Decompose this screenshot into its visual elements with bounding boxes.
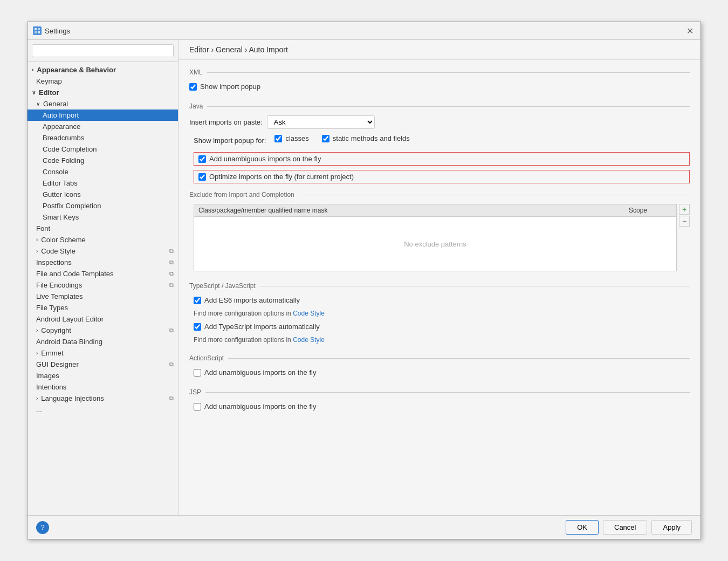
add-ts-option: Add TypeScript imports automatically: [194, 321, 690, 332]
sidebar: › Appearance & Behavior Keymap ∨ Editor …: [28, 40, 178, 515]
actionscript-section-header: ActionScript: [189, 354, 690, 362]
sidebar-item-gui-designer[interactable]: GUI Designer ⧉: [28, 359, 178, 370]
sidebar-item-label: Color Scheme: [41, 236, 85, 244]
code-style-link-2[interactable]: Code Style: [293, 336, 325, 344]
chevron-down-icon: ∨: [36, 101, 40, 107]
insert-imports-dropdown[interactable]: Ask Always Never: [267, 115, 375, 129]
sidebar-item-breadcrumbs[interactable]: Breadcrumbs: [28, 132, 178, 143]
settings-window: Settings ✕ › Appearance & Behavior Keyma…: [27, 22, 701, 539]
sidebar-item-console[interactable]: Console: [28, 166, 178, 177]
classes-option: classes: [274, 133, 308, 143]
sidebar-item-copyright[interactable]: › Copyright ⧉: [28, 325, 178, 336]
apply-button[interactable]: Apply: [651, 520, 692, 535]
xml-show-import-popup-checkbox[interactable]: [189, 83, 197, 91]
add-ts-checkbox[interactable]: [194, 323, 201, 331]
sidebar-item-keymap[interactable]: Keymap: [28, 76, 178, 87]
window-title: Settings: [45, 27, 70, 35]
sidebar-item-label: Editor Tabs: [43, 179, 78, 187]
sidebar-item-file-types[interactable]: File Types: [28, 302, 178, 313]
sidebar-item-ellipsis[interactable]: ...: [28, 404, 178, 415]
svg-rect-2: [35, 31, 37, 33]
sidebar-item-label: Keymap: [36, 77, 62, 85]
add-es6-option: Add ES6 imports automatically: [194, 295, 690, 305]
no-patterns-text: No exclude patterns: [404, 240, 466, 248]
actionscript-section: ActionScript Add unambiguous imports on …: [189, 354, 690, 378]
sidebar-item-auto-import[interactable]: Auto Import: [28, 110, 178, 121]
add-ts-label: Add TypeScript imports automatically: [204, 323, 320, 331]
insert-imports-row: Insert imports on paste: Ask Always Neve…: [189, 115, 690, 129]
optimize-imports-label: Optimize imports on the fly (for current…: [209, 173, 354, 181]
classes-checkbox[interactable]: [274, 135, 282, 142]
sidebar-item-editor-tabs[interactable]: Editor Tabs: [28, 177, 178, 189]
ok-button[interactable]: OK: [566, 520, 599, 535]
sidebar-item-label: GUI Designer: [36, 360, 79, 368]
remove-pattern-button[interactable]: −: [679, 216, 690, 227]
sidebar-item-file-code-templates[interactable]: File and Code Templates ⧉: [28, 268, 178, 279]
bottom-bar: ? OK Cancel Apply: [28, 515, 700, 539]
sidebar-item-font[interactable]: Font: [28, 223, 178, 234]
sidebar-item-images[interactable]: Images: [28, 370, 178, 381]
jsp-unambiguous-checkbox[interactable]: [194, 403, 201, 411]
sidebar-item-label: Images: [36, 372, 59, 380]
sidebar-item-smart-keys[interactable]: Smart Keys: [28, 211, 178, 223]
chevron-right-icon: ›: [36, 395, 38, 401]
sidebar-item-color-scheme[interactable]: › Color Scheme: [28, 234, 178, 245]
chevron-right-icon: ›: [36, 237, 38, 243]
table-column-mask: Class/package/member qualified name mask: [198, 207, 629, 214]
sidebar-item-label: Code Folding: [43, 156, 84, 165]
static-option: static methods and fields: [322, 133, 410, 143]
help-button[interactable]: ?: [36, 521, 49, 534]
sidebar-item-code-folding[interactable]: Code Folding: [28, 155, 178, 166]
cancel-button[interactable]: Cancel: [603, 520, 647, 535]
search-box: [28, 40, 178, 62]
sidebar-tree: › Appearance & Behavior Keymap ∨ Editor …: [28, 62, 178, 515]
sidebar-item-appearance-behavior[interactable]: › Appearance & Behavior: [28, 64, 178, 76]
as-unambiguous-label: Add unambiguous imports on the fly: [204, 368, 316, 377]
optimize-imports-option: Optimize imports on the fly (for current…: [194, 170, 690, 183]
close-button[interactable]: ✕: [684, 25, 695, 36]
sidebar-item-label: Font: [36, 224, 50, 232]
copy-icon: ⧉: [169, 270, 174, 277]
sidebar-item-general[interactable]: ∨ General: [28, 98, 178, 110]
sidebar-item-label: Android Data Binding: [36, 338, 102, 346]
insert-imports-label: Insert imports on paste:: [189, 118, 263, 126]
sidebar-item-language-injections[interactable]: › Language Injections ⧉: [28, 393, 178, 404]
add-unambiguous-checkbox[interactable]: [198, 155, 206, 163]
xml-section-header: XML: [189, 69, 690, 76]
find-more-2: Find more configuration options in Code …: [194, 336, 690, 344]
as-unambiguous-option: Add unambiguous imports on the fly: [194, 367, 690, 378]
sidebar-item-label: Android Layout Editor: [36, 315, 104, 323]
sidebar-item-label: Code Style: [41, 247, 75, 255]
sidebar-item-label: General: [43, 100, 68, 108]
add-es6-checkbox[interactable]: [194, 297, 201, 304]
title-bar-left: Settings: [33, 26, 70, 35]
sidebar-item-gutter-icons[interactable]: Gutter Icons: [28, 189, 178, 200]
sidebar-item-label: Emmet: [41, 349, 63, 357]
sidebar-item-android-layout-editor[interactable]: Android Layout Editor: [28, 313, 178, 325]
sidebar-item-label: Editor: [39, 88, 59, 97]
copy-icon: ⧉: [169, 282, 174, 289]
as-unambiguous-checkbox[interactable]: [194, 369, 201, 377]
static-checkbox[interactable]: [322, 135, 329, 142]
sidebar-item-intentions[interactable]: Intentions: [28, 381, 178, 393]
sidebar-item-appearance[interactable]: Appearance: [28, 121, 178, 132]
sidebar-item-android-data-binding[interactable]: Android Data Binding: [28, 336, 178, 347]
sidebar-item-emmet[interactable]: › Emmet: [28, 347, 178, 359]
sidebar-item-file-encodings[interactable]: File Encodings ⧉: [28, 279, 178, 291]
add-pattern-button[interactable]: +: [679, 204, 690, 215]
sidebar-item-editor[interactable]: ∨ Editor: [28, 87, 178, 98]
sidebar-item-live-templates[interactable]: Live Templates: [28, 291, 178, 302]
sidebar-item-label: Code Completion: [43, 145, 97, 153]
title-bar: Settings ✕: [28, 22, 700, 40]
optimize-imports-checkbox[interactable]: [198, 173, 206, 181]
sidebar-item-inspections[interactable]: Inspections ⧉: [28, 257, 178, 268]
sidebar-item-label: Intentions: [36, 383, 66, 391]
sidebar-item-code-completion[interactable]: Code Completion: [28, 143, 178, 155]
sidebar-item-code-style[interactable]: › Code Style ⧉: [28, 245, 178, 257]
sidebar-item-label: Inspections: [36, 258, 72, 266]
sidebar-item-postfix-completion[interactable]: Postfix Completion: [28, 200, 178, 211]
add-es6-label: Add ES6 imports automatically: [204, 296, 300, 304]
code-style-link-1[interactable]: Code Style: [293, 310, 325, 317]
sidebar-item-label: Appearance & Behavior: [37, 66, 116, 74]
search-input[interactable]: [32, 44, 174, 57]
